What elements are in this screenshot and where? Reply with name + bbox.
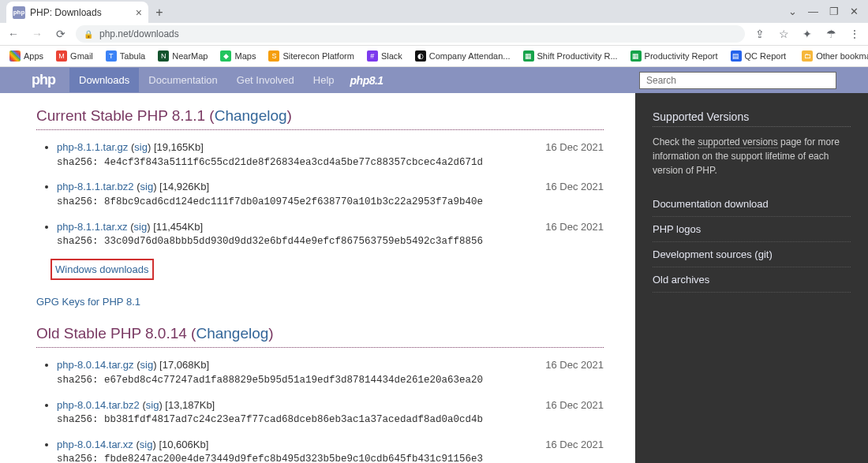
tab-strip: php PHP: Downloads × + ⌄ — ❐ ✕ <box>0 0 868 23</box>
section-heading: Current Stable PHP 8.1.1 (Changelog) <box>36 107 604 130</box>
url-text: php.net/downloads <box>99 28 179 39</box>
file-size: [14,926Kb] <box>159 181 209 192</box>
sig-link[interactable]: sig <box>140 359 154 371</box>
download-item: php-8.0.14.tar.bz2 (sig) [13,187Kb]16 De… <box>57 398 604 428</box>
bookmark-siterecon[interactable]: SSiterecon Platform <box>264 49 358 63</box>
sig-link[interactable]: sig <box>140 181 154 192</box>
address-bar[interactable]: 🔒 php.net/downloads <box>76 25 745 43</box>
window-minimize-icon[interactable]: — <box>808 6 818 17</box>
sidebar-link-docs[interactable]: Documentation download <box>653 192 851 217</box>
php-favicon: php <box>13 6 25 19</box>
window-controls: ⌄ — ❐ ✕ <box>779 0 868 23</box>
gpg-keys-link[interactable]: GPG Keys for PHP 8.1 <box>36 296 140 308</box>
file-size: [17,068Kb] <box>159 359 209 371</box>
site-nav: php Downloads Documentation Get Involved… <box>0 67 868 93</box>
file-size: [10,606Kb] <box>159 439 208 450</box>
profile-icon[interactable]: ☂ <box>822 25 840 43</box>
sha256: sha256: 33c09d76d0a8bbb5dd930d9dd32e6bfd… <box>57 234 604 249</box>
back-button[interactable]: ← <box>5 25 22 43</box>
bookmark-qc[interactable]: ▤QC Report <box>726 49 791 63</box>
sidebar-link-git[interactable]: Development sources (git) <box>653 242 851 267</box>
bookmark-gmail[interactable]: MGmail <box>51 49 98 63</box>
download-item: php-8.1.1.tar.gz (sig) [19,165Kb]16 Dec … <box>57 140 604 170</box>
share-icon[interactable]: ⇪ <box>751 25 769 43</box>
window-maximize-icon[interactable]: ❐ <box>829 6 839 17</box>
close-tab-icon[interactable]: × <box>136 6 142 19</box>
file-link[interactable]: php-8.1.1.tar.gz <box>57 141 128 153</box>
download-item: php-8.0.14.tar.gz (sig) [17,068Kb]16 Dec… <box>57 357 604 387</box>
windows-downloads-item: Windows downloads <box>51 259 604 281</box>
sidebar: Supported Versions Check the supported v… <box>635 93 868 463</box>
search-input[interactable] <box>639 72 836 89</box>
download-item: php-8.0.14.tar.xz (sig) [10,606Kb]16 Dec… <box>57 437 604 463</box>
sha256: sha256: 4e4cf3f843a5111f6c55cd21de8f2683… <box>57 155 604 170</box>
file-date: 16 Dec 2021 <box>545 437 604 453</box>
reload-button[interactable]: ⟳ <box>52 25 69 43</box>
bookmarks-bar: Apps MGmail TTabula NNearMap ◆Maps SSite… <box>0 46 868 67</box>
download-item: php-8.1.1.tar.xz (sig) [11,454Kb]16 Dec … <box>57 219 604 249</box>
file-size: [19,165Kb] <box>154 141 204 153</box>
nav-documentation[interactable]: Documentation <box>139 68 226 92</box>
file-size: [11,454Kb] <box>153 221 203 233</box>
sidebar-link-logos[interactable]: PHP logos <box>653 217 851 242</box>
file-size: [13,187Kb] <box>165 399 215 411</box>
sha256: sha256: 8f8bc9cad6cd124edc111f7db0a10974… <box>57 195 604 210</box>
sidebar-heading: Supported Versions <box>653 110 851 127</box>
file-date: 16 Dec 2021 <box>545 398 604 413</box>
forward-button[interactable]: → <box>28 25 46 43</box>
bookmark-slack[interactable]: #Slack <box>362 49 407 63</box>
bookmark-tabula[interactable]: TTabula <box>101 49 150 63</box>
nav-downloads[interactable]: Downloads <box>69 68 139 92</box>
bookmark-productivity[interactable]: ▦Productivity Report <box>626 49 723 63</box>
other-bookmarks[interactable]: 🗀Other bookmarks <box>797 49 868 63</box>
file-date: 16 Dec 2021 <box>545 179 604 195</box>
section-heading: Old Stable PHP 8.0.14 (Changelog) <box>36 325 604 348</box>
sidebar-link-archives[interactable]: Old archives <box>653 267 851 293</box>
nav-get-involved[interactable]: Get Involved <box>227 68 304 92</box>
file-date: 16 Dec 2021 <box>545 219 604 235</box>
window-chevron-icon[interactable]: ⌄ <box>788 6 797 17</box>
php8-logo[interactable]: php8.1 <box>350 74 383 87</box>
changelog-link[interactable]: Changelog <box>215 107 287 124</box>
supported-versions-link[interactable]: supported versions <box>698 136 777 148</box>
sha256: sha256: bb381fdf4817ad7c24c23ea7f77cad68… <box>57 413 604 428</box>
extensions-icon[interactable]: ✦ <box>799 25 816 43</box>
nav-help[interactable]: Help <box>304 68 344 92</box>
tab-title: PHP: Downloads <box>30 7 102 18</box>
file-date: 16 Dec 2021 <box>545 357 604 373</box>
file-link[interactable]: php-8.0.14.tar.gz <box>57 359 134 371</box>
bookmark-nearmap[interactable]: NNearMap <box>153 49 212 63</box>
browser-tab[interactable]: php PHP: Downloads × <box>6 2 148 23</box>
php-logo[interactable]: php <box>32 72 69 88</box>
bookmark-shift[interactable]: ▦Shift Productivity R... <box>518 49 623 63</box>
window-close-icon[interactable]: ✕ <box>850 6 859 17</box>
bookmark-maps[interactable]: ◆Maps <box>215 49 260 63</box>
file-link[interactable]: php-8.0.14.tar.xz <box>57 439 133 450</box>
bookmark-attendance[interactable]: ◐Company Attendan... <box>410 49 515 63</box>
menu-icon[interactable]: ⋮ <box>846 25 863 43</box>
download-item: php-8.1.1.tar.bz2 (sig) [14,926Kb]16 Dec… <box>57 179 604 209</box>
file-link[interactable]: php-8.1.1.tar.bz2 <box>57 181 134 192</box>
sig-link[interactable]: sig <box>140 439 153 450</box>
main-content: Current Stable PHP 8.1.1 (Changelog)php-… <box>0 93 635 463</box>
sig-link[interactable]: sig <box>134 141 148 153</box>
changelog-link[interactable]: Changelog <box>196 325 268 342</box>
star-icon[interactable]: ☆ <box>775 25 792 43</box>
browser-toolbar: ← → ⟳ 🔒 php.net/downloads ⇪ ☆ ✦ ☂ ⋮ <box>0 23 868 46</box>
file-date: 16 Dec 2021 <box>545 140 604 155</box>
file-link[interactable]: php-8.0.14.tar.bz2 <box>57 399 140 411</box>
sha256: sha256: e67ebd8c4c77247ad1fa88829e5b95d5… <box>57 373 604 388</box>
file-link[interactable]: php-8.1.1.tar.xz <box>57 221 128 233</box>
sig-link[interactable]: sig <box>134 221 148 233</box>
windows-downloads-link[interactable]: Windows downloads <box>55 263 149 275</box>
lock-icon: 🔒 <box>84 30 93 39</box>
apps-button[interactable]: Apps <box>5 49 48 63</box>
new-tab-button[interactable]: + <box>148 2 170 23</box>
sig-link[interactable]: sig <box>146 399 159 411</box>
sha256: sha256: fbde8247ac200e4de73449d9fefc8b49… <box>57 452 604 463</box>
sidebar-text: Check the supported versions page for mo… <box>653 135 851 177</box>
